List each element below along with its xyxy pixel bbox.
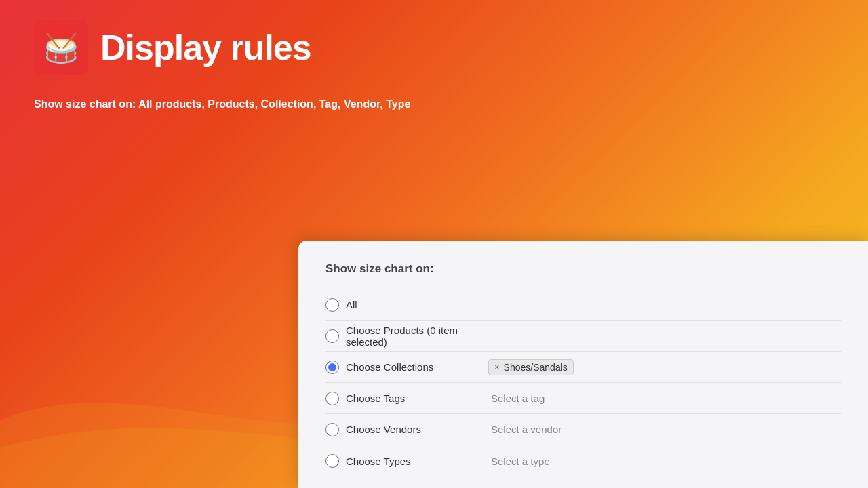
radio-collections[interactable] — [326, 361, 339, 374]
main-panel: Show size chart on: All Choose Products … — [298, 241, 868, 488]
vendors-placeholder[interactable]: Select a vendor — [488, 420, 841, 439]
radio-text-tags: Choose Tags — [346, 392, 405, 404]
option-row-collections: Choose Collections × Shoes/Sandals — [326, 352, 841, 383]
tags-value-area: Select a tag — [488, 388, 841, 408]
option-row-vendors: Choose Vendors Select a vendor — [326, 414, 841, 445]
radio-label-products[interactable]: Choose Products (0 item selected) — [326, 325, 488, 348]
types-value-area: Select a type — [488, 451, 841, 471]
option-row-all: All — [326, 289, 841, 321]
radio-all[interactable] — [326, 298, 339, 312]
panel-title: Show size chart on: — [326, 262, 841, 276]
radio-label-all[interactable]: All — [326, 298, 488, 312]
radio-text-products: Choose Products (0 item selected) — [346, 325, 488, 348]
logo-box: 🥁 — [34, 20, 88, 75]
option-row-tags: Choose Tags Select a tag — [326, 383, 841, 414]
radio-text-collections: Choose Collections — [346, 361, 433, 373]
chip-text: Shoes/Sandals — [504, 362, 568, 373]
radio-types[interactable] — [326, 454, 339, 468]
radio-label-types[interactable]: Choose Types — [326, 454, 488, 468]
radio-text-types: Choose Types — [346, 455, 411, 467]
radio-tags[interactable] — [326, 392, 339, 405]
tags-placeholder[interactable]: Select a tag — [488, 388, 841, 408]
logo-icon: 🥁 — [43, 31, 79, 64]
radio-label-vendors[interactable]: Choose Vendors — [326, 423, 488, 436]
radio-text-vendors: Choose Vendors — [346, 424, 421, 435]
radio-label-tags[interactable]: Choose Tags — [326, 392, 488, 405]
page-title: Display rules — [100, 27, 311, 68]
radio-vendors[interactable] — [326, 423, 339, 436]
radio-products[interactable] — [326, 329, 339, 343]
radio-text-all: All — [346, 299, 357, 310]
chip-remove-icon[interactable]: × — [494, 363, 500, 371]
options-list: All Choose Products (0 item selected) Ch… — [326, 289, 841, 476]
subtitle: Show size chart on: All products, Produc… — [34, 98, 410, 110]
collection-chip: × Shoes/Sandals — [488, 359, 574, 375]
collection-value-area: × Shoes/Sandals — [488, 357, 841, 378]
types-placeholder[interactable]: Select a type — [488, 451, 841, 471]
vendors-value-area: Select a vendor — [488, 420, 841, 439]
radio-label-collections[interactable]: Choose Collections — [326, 361, 488, 374]
option-row-types: Choose Types Select a type — [326, 445, 841, 476]
option-row-products: Choose Products (0 item selected) — [326, 321, 841, 352]
header: 🥁 Display rules — [34, 20, 311, 75]
